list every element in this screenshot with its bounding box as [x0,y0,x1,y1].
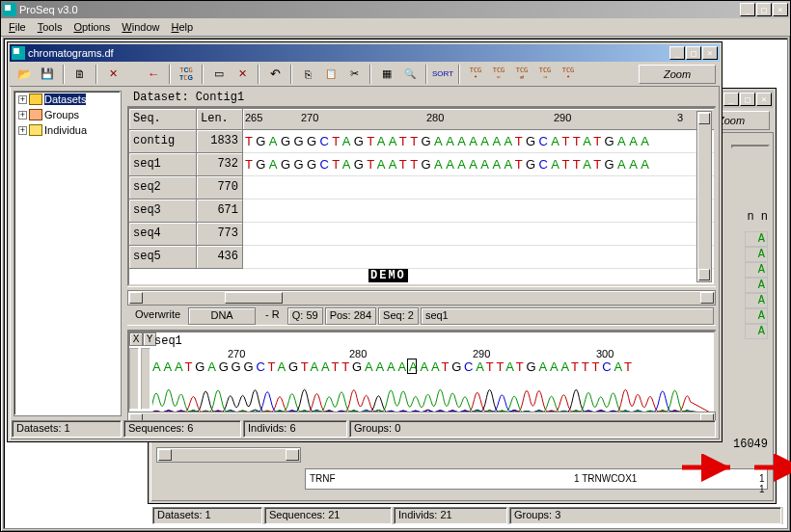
cell-seq[interactable] [243,246,714,269]
info-pos: Pos: 284 [325,307,376,325]
menu-file[interactable]: File [3,19,32,35]
fg-stat-groups: Groups: 0 [349,420,716,438]
cell-name[interactable]: seq4 [129,223,197,246]
tree-groups[interactable]: + Groups [14,107,121,122]
app-icon [3,3,16,16]
cell-len[interactable]: 1833 [197,130,243,153]
bg-close-button[interactable]: × [756,93,772,106]
bg-maximize-button[interactable]: □ [740,93,755,106]
content-area: Dataset: Contig1 Seq. Len. 265 270 280 2… [127,89,716,418]
cell-seq[interactable]: TGAGGGCTAGTAATTGAAAAAAATGCATTATGAAA [243,153,714,176]
zoom-button[interactable]: Zoom [639,65,716,84]
table-row[interactable]: seq4773 [129,223,714,246]
fg-titlebar[interactable]: chromatograms.df _ □ × [10,44,720,62]
app-title: ProSeq v3.0 [19,4,740,15]
hdr-len[interactable]: Len. [197,109,243,130]
chromatogram-panel[interactable]: X Y seq1 270 280 290 300 AAATGAGGGCTAGTA… [127,331,716,413]
chrom-cursor[interactable] [407,359,417,374]
menu-tools[interactable]: Tools [32,19,68,35]
table-row[interactable]: seq1732TGAGGGCTAGTAATTGAAAAAAATGCATTATGA… [129,153,714,176]
save-button[interactable] [37,64,58,85]
sort-button[interactable] [432,64,453,85]
table-row[interactable]: seq5436 [129,246,714,269]
menu-window[interactable]: Window [116,19,165,35]
cell-name[interactable]: seq3 [129,200,197,223]
back-button[interactable] [143,64,164,85]
fg-maximize-button[interactable]: □ [686,46,701,60]
hdr-seq[interactable]: Seq. [129,109,197,130]
cell-name[interactable]: seq5 [129,246,197,269]
info-q: Q: 59 [287,307,323,325]
bg-value: 16049 [733,438,768,451]
cell-len[interactable]: 732 [197,153,243,176]
close-button[interactable]: × [773,3,788,16]
grid-ruler: 265 270 280 290 3 [243,109,714,130]
delete-button[interactable] [102,64,123,85]
minimize-button[interactable]: _ [740,3,755,16]
table-row[interactable]: seq3671 [129,200,714,223]
remove-button[interactable] [232,64,253,85]
fg-stat-datasets: Datasets: 1 [12,420,122,438]
folder-icon [29,93,42,105]
expand-icon[interactable]: + [18,95,27,104]
fg-statusbar: Datasets: 1 Sequences: 6 Individs: 6 Gro… [12,420,718,438]
undo-button[interactable] [264,64,286,85]
bg-a-cells: A A A A A A A [745,231,768,339]
new-button[interactable] [69,64,91,85]
cell-len[interactable]: 773 [197,223,243,246]
tcg4-button[interactable]: TCG→ [534,64,556,85]
color-scheme-button[interactable]: TCGTCG [176,64,197,85]
edit-button[interactable]: ▭ [208,64,230,85]
expand-icon[interactable]: + [18,126,27,135]
cell-name[interactable]: seq2 [129,176,197,200]
copy-button[interactable] [297,64,318,85]
individuals-icon [29,124,42,136]
fg-minimize-button[interactable]: _ [669,46,685,60]
groups-icon [29,109,42,120]
info-r: - R [258,307,287,325]
table-row[interactable]: contig1833TGAGGGCTAGTAATTGAAAAAAATGCATTA… [129,130,714,153]
tree-datasets[interactable]: + Datasets [14,92,121,107]
cell-len[interactable]: 770 [197,176,243,200]
cell-seq[interactable] [243,200,714,223]
bg-stat-individs: Individs: 21 [394,507,507,524]
bg-minimize-button[interactable]: _ [723,93,739,106]
tree-individuals[interactable]: + Individua [14,122,121,138]
menu-help[interactable]: Help [166,19,200,35]
info-seqname: seq1 [421,307,714,325]
cell-len[interactable]: 671 [197,200,243,223]
fg-doc-window: chromatograms.df _ □ × TCGTCG [8,42,722,441]
menu-options[interactable]: Options [68,19,116,35]
app-titlebar[interactable]: ProSeq v3.0 _ □ × [1,1,790,18]
cell-seq[interactable] [243,176,714,200]
bg-hscroll[interactable] [156,447,301,463]
cell-seq[interactable] [243,223,714,246]
tcg1-button[interactable]: TCG• [465,64,486,85]
cell-name[interactable]: contig [129,130,197,153]
paste-button[interactable] [320,64,341,85]
find-button[interactable] [399,64,421,85]
x-slider[interactable] [129,348,139,410]
cell-len[interactable]: 436 [197,246,243,269]
bg-seq-column [731,145,770,148]
tcg3-button[interactable]: TCG⇄ [511,64,532,85]
expand-icon[interactable]: + [18,111,27,120]
cell-seq[interactable]: TGAGGGCTAGTAATTGAAAAAAATGCATTATGAAA [243,130,714,153]
tcg5-button[interactable]: TCG• [558,64,579,85]
fg-close-button[interactable]: × [702,46,718,60]
tcg2-button[interactable]: TCG← [488,64,509,85]
grid-hscroll[interactable] [127,290,716,306]
table-row[interactable]: seq2770 [129,176,714,200]
view1-button[interactable]: ▦ [376,64,397,85]
bg-stat-datasets: Datasets: 1 [152,507,262,524]
sequence-grid[interactable]: Seq. Len. 265 270 280 290 3 contig1833TG… [127,107,716,286]
x-axis-button[interactable]: X [129,332,143,346]
bg-statusbar: Datasets: 1 Sequences: 21 Individs: 21 G… [152,507,783,524]
y-slider[interactable] [141,348,150,410]
maximize-button[interactable]: □ [756,3,772,16]
cut-button[interactable] [343,64,365,85]
bg-ruler-bar: TRNF 1 TRNWCOX1 1 1 [305,468,768,490]
open-button[interactable] [14,64,35,85]
grid-vscroll[interactable] [696,111,712,282]
cell-name[interactable]: seq1 [129,153,197,176]
